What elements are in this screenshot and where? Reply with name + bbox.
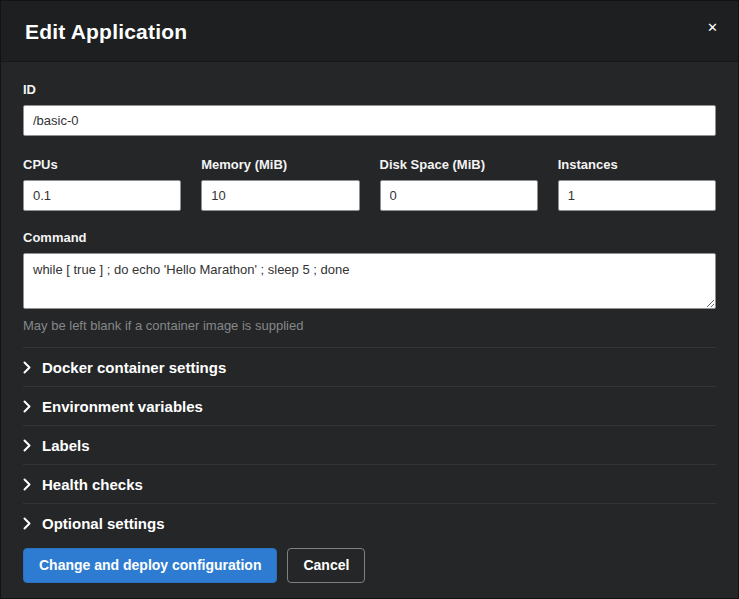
disk-label: Disk Space (MiB) xyxy=(380,157,538,172)
command-label: Command xyxy=(23,230,716,245)
section-health-checks[interactable]: Health checks xyxy=(23,464,716,503)
modal-header: Edit Application ✕ xyxy=(1,1,738,62)
section-label: Optional settings xyxy=(42,515,165,532)
memory-input[interactable] xyxy=(201,180,359,211)
modal-footer: Change and deploy configuration Cancel xyxy=(1,542,738,599)
cpus-input[interactable] xyxy=(23,180,181,211)
cancel-button[interactable]: Cancel xyxy=(287,548,365,583)
edit-application-modal: Edit Application ✕ ID CPUs Memory (MiB) … xyxy=(0,0,739,599)
close-icon[interactable]: ✕ xyxy=(703,17,722,38)
cpus-field-group: CPUs xyxy=(23,157,181,211)
memory-label: Memory (MiB) xyxy=(201,157,359,172)
id-input[interactable] xyxy=(23,105,716,136)
section-docker-container-settings[interactable]: Docker container settings xyxy=(23,347,716,386)
section-label: Docker container settings xyxy=(42,359,226,376)
chevron-right-icon xyxy=(23,439,31,452)
memory-field-group: Memory (MiB) xyxy=(201,157,359,211)
cpus-label: CPUs xyxy=(23,157,181,172)
disk-field-group: Disk Space (MiB) xyxy=(380,157,538,211)
collapsible-sections: Docker container settings Environment va… xyxy=(23,347,716,542)
id-field-group: ID xyxy=(23,82,716,136)
command-field-group: Command while [ true ] ; do echo 'Hello … xyxy=(23,230,716,333)
instances-field-group: Instances xyxy=(558,157,716,211)
section-label: Health checks xyxy=(42,476,143,493)
instances-label: Instances xyxy=(558,157,716,172)
chevron-right-icon xyxy=(23,361,31,374)
instances-input[interactable] xyxy=(558,180,716,211)
modal-title: Edit Application xyxy=(25,20,714,44)
disk-input[interactable] xyxy=(380,180,538,211)
section-environment-variables[interactable]: Environment variables xyxy=(23,386,716,425)
chevron-right-icon xyxy=(23,400,31,413)
section-label: Labels xyxy=(42,437,90,454)
chevron-right-icon xyxy=(23,517,31,530)
id-label: ID xyxy=(23,82,716,97)
modal-body: ID CPUs Memory (MiB) Disk Space (MiB) In… xyxy=(1,62,738,542)
chevron-right-icon xyxy=(23,478,31,491)
command-help-text: May be left blank if a container image i… xyxy=(23,318,716,333)
resources-row: CPUs Memory (MiB) Disk Space (MiB) Insta… xyxy=(23,157,716,211)
command-textarea[interactable]: while [ true ] ; do echo 'Hello Marathon… xyxy=(23,253,716,309)
section-labels[interactable]: Labels xyxy=(23,425,716,464)
change-and-deploy-button[interactable]: Change and deploy configuration xyxy=(23,548,277,583)
section-label: Environment variables xyxy=(42,398,203,415)
section-optional-settings[interactable]: Optional settings xyxy=(23,503,716,542)
